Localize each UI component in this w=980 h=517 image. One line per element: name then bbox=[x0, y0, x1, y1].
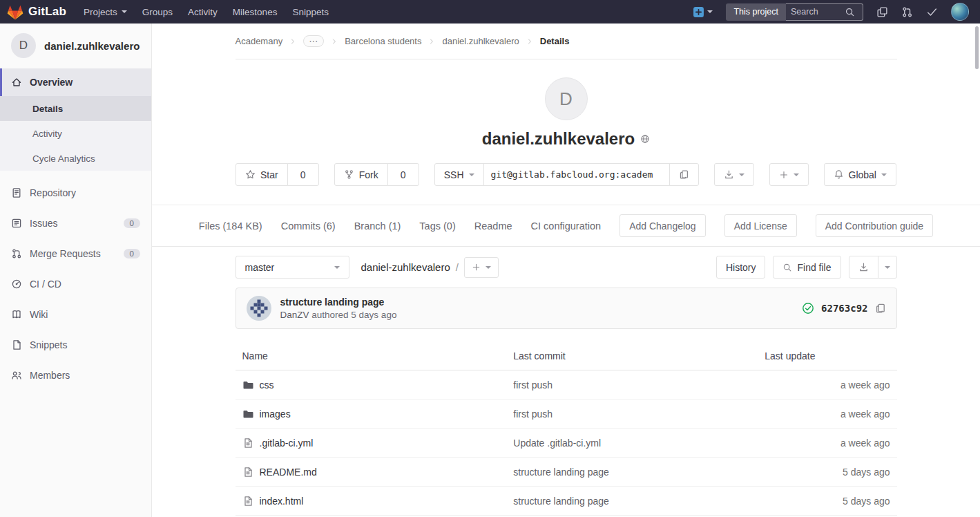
new-dropdown[interactable] bbox=[693, 6, 713, 18]
nav-projects[interactable]: Projects bbox=[76, 0, 135, 24]
fork-button[interactable]: Fork bbox=[334, 163, 388, 186]
download-archive-button[interactable] bbox=[849, 256, 878, 279]
public-globe-icon bbox=[640, 134, 650, 144]
merge-requests-icon[interactable] bbox=[901, 6, 913, 18]
commit-sha[interactable]: 62763c92 bbox=[821, 303, 867, 314]
download-format-dropdown[interactable] bbox=[878, 256, 897, 279]
chevron-down-icon bbox=[122, 10, 127, 13]
notifications-dropdown[interactable]: Global bbox=[824, 163, 896, 186]
branch-selector[interactable]: master bbox=[236, 256, 349, 279]
commit-author-link[interactable]: DanZV bbox=[280, 310, 309, 320]
nav-snippets[interactable]: Snippets bbox=[285, 0, 336, 24]
download-icon bbox=[858, 262, 869, 272]
table-row[interactable]: index.html structure landing page 5 days… bbox=[236, 487, 897, 516]
protocol-dropdown[interactable]: SSH bbox=[434, 163, 484, 186]
issues-count-badge: 0 bbox=[124, 218, 140, 228]
tree-path-root[interactable]: daniel-zuhlkevalero bbox=[361, 261, 450, 273]
sidebar-item-members[interactable]: Members bbox=[0, 360, 151, 391]
commit-message-link[interactable]: structure landing page bbox=[280, 297, 397, 308]
home-icon bbox=[11, 77, 22, 88]
add-license-button[interactable]: Add License bbox=[724, 214, 797, 237]
tree-toolbar: master daniel-zuhlkevalero / History Fin… bbox=[236, 256, 897, 279]
tree-breadcrumb: daniel-zuhlkevalero / bbox=[361, 257, 499, 278]
project-avatar: D bbox=[11, 33, 36, 58]
tab-commits[interactable]: Commits (6) bbox=[281, 220, 336, 232]
tab-branch[interactable]: Branch (1) bbox=[354, 220, 401, 232]
tab-tags[interactable]: Tags (0) bbox=[419, 220, 455, 232]
path-separator: / bbox=[456, 261, 459, 273]
breadcrumb-barcelona-students[interactable]: Barcelona students bbox=[345, 36, 421, 46]
sidebar-spacer bbox=[0, 171, 151, 178]
search-icon bbox=[782, 263, 792, 272]
new-item-dropdown[interactable] bbox=[769, 163, 809, 186]
sidebar-item-merge-requests[interactable]: Merge Requests 0 bbox=[0, 238, 151, 269]
breadcrumb-project[interactable]: daniel.zuhlkevalero bbox=[442, 36, 519, 46]
sidebar-item-cycle-analytics[interactable]: Cycle Analytics bbox=[0, 146, 151, 171]
sidebar-project-header[interactable]: D daniel.zuhlkevalero bbox=[0, 24, 151, 68]
search-box[interactable] bbox=[786, 3, 863, 21]
gitlab-logo[interactable]: GitLab bbox=[7, 4, 66, 20]
clone-url-input[interactable] bbox=[483, 163, 670, 186]
chevron-down-icon bbox=[794, 173, 799, 176]
table-row[interactable]: images first push a week ago bbox=[236, 400, 897, 429]
star-button[interactable]: Star bbox=[236, 163, 288, 186]
fork-icon bbox=[344, 169, 354, 180]
table-row[interactable]: .gitlab-ci.yml Update .gitlab-ci.yml a w… bbox=[236, 429, 897, 458]
column-header-last-commit: Last commit bbox=[506, 342, 758, 370]
add-contribution-guide-button[interactable]: Add Contribution guide bbox=[816, 214, 933, 237]
dashboard-icon[interactable] bbox=[876, 6, 888, 18]
nav-activity[interactable]: Activity bbox=[180, 0, 225, 24]
top-navbar: GitLab Projects Groups Activity Mileston… bbox=[0, 0, 980, 24]
copy-icon bbox=[679, 169, 689, 180]
fork-count[interactable]: 0 bbox=[387, 163, 419, 186]
search-input[interactable] bbox=[791, 7, 845, 17]
tab-readme[interactable]: Readme bbox=[474, 220, 512, 232]
user-avatar[interactable] bbox=[951, 3, 969, 21]
search-icon bbox=[845, 7, 855, 17]
table-row[interactable]: css first push a week ago bbox=[236, 370, 897, 400]
sidebar-item-ci-cd[interactable]: CI / CD bbox=[0, 269, 151, 299]
sidebar-item-activity[interactable]: Activity bbox=[0, 121, 151, 146]
project-name: daniel.zuhlkevalero bbox=[44, 40, 140, 52]
breadcrumb-ellipsis-button[interactable]: ⋯ bbox=[303, 35, 324, 47]
tab-files[interactable]: Files (184 KB) bbox=[199, 220, 262, 232]
brand-name: GitLab bbox=[28, 5, 66, 19]
chevron-right-icon bbox=[289, 37, 297, 46]
sidebar-item-repository[interactable]: Repository bbox=[0, 178, 151, 208]
nav-milestones[interactable]: Milestones bbox=[225, 0, 285, 24]
pipeline-success-icon[interactable] bbox=[802, 302, 814, 314]
copy-sha-button[interactable] bbox=[875, 303, 886, 314]
project-avatar-large: D bbox=[545, 77, 588, 120]
chevron-down-icon bbox=[885, 266, 890, 269]
star-icon bbox=[245, 169, 256, 180]
bell-icon bbox=[834, 169, 844, 180]
sidebar-item-details[interactable]: Details bbox=[0, 96, 151, 121]
table-row[interactable]: README.md structure landing page 5 days … bbox=[236, 458, 897, 487]
sidebar-item-snippets[interactable]: Snippets bbox=[0, 330, 151, 360]
history-button[interactable]: History bbox=[716, 256, 766, 279]
star-count[interactable]: 0 bbox=[287, 163, 319, 186]
find-file-button[interactable]: Find file bbox=[773, 256, 840, 279]
sidebar-item-issues[interactable]: Issues 0 bbox=[0, 208, 151, 238]
column-header-name: Name bbox=[236, 342, 507, 370]
file-icon bbox=[242, 438, 253, 449]
add-changelog-button[interactable]: Add Changelog bbox=[619, 214, 706, 237]
tab-ci-configuration[interactable]: CI configuration bbox=[531, 220, 602, 232]
download-dropdown[interactable] bbox=[714, 163, 754, 186]
add-file-dropdown[interactable] bbox=[464, 257, 499, 278]
folder-icon bbox=[242, 379, 253, 391]
search-scope-badge[interactable]: This project bbox=[726, 3, 786, 21]
commit-author-avatar[interactable] bbox=[247, 296, 271, 321]
todos-icon[interactable] bbox=[926, 6, 938, 18]
top-menu: Projects Groups Activity Milestones Snip… bbox=[76, 0, 336, 24]
ci-cd-icon bbox=[11, 279, 22, 290]
sidebar-item-wiki[interactable]: Wiki bbox=[0, 299, 151, 330]
copy-url-button[interactable] bbox=[669, 163, 699, 186]
page-scrollbar[interactable] bbox=[975, 26, 979, 69]
sidebar-item-overview[interactable]: Overview bbox=[0, 68, 151, 96]
tanuki-icon bbox=[7, 4, 23, 20]
breadcrumb-academany[interactable]: Academany bbox=[236, 36, 283, 46]
project-nav: Files (184 KB) Commits (6) Branch (1) Ta… bbox=[152, 205, 980, 247]
chevron-down-icon bbox=[707, 10, 713, 13]
nav-groups[interactable]: Groups bbox=[135, 0, 180, 24]
